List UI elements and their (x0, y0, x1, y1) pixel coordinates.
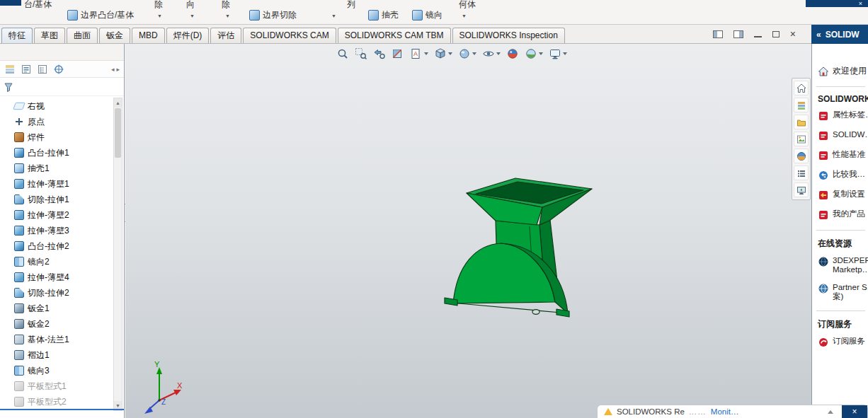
tree-item-钣金1[interactable]: 钣金1 (0, 301, 124, 316)
dock-left-icon[interactable] (713, 30, 723, 38)
forum-monitor-icon[interactable] (794, 182, 809, 197)
collapse-chevron-icon[interactable]: « (816, 30, 821, 40)
tab-钣金[interactable]: 钣金 (99, 28, 130, 43)
hide-show-items-icon[interactable] (482, 47, 501, 60)
taskpane-header[interactable]: « SOLIDW (811, 25, 868, 44)
tab-MBD[interactable]: MBD (132, 28, 165, 43)
tree-item-切除-拉伸2[interactable]: 切除-拉伸2 (0, 285, 124, 301)
dock-right-icon[interactable] (733, 30, 743, 38)
toast-link[interactable]: Monit… (711, 407, 739, 416)
section-view-icon[interactable] (392, 47, 404, 60)
tab-评估[interactable]: 评估 (210, 28, 241, 43)
tree-item-切除-拉伸1[interactable]: 切除-拉伸1 (0, 192, 124, 207)
tab-SOLIDWORKS CAM TBM[interactable]: SOLIDWORKS CAM TBM (338, 28, 451, 43)
toast-close-button[interactable]: × (842, 405, 867, 418)
taskpane-item-Partner S…[interactable]: Partner S…案) (818, 283, 865, 301)
appearances-scenes-icon[interactable] (794, 149, 809, 163)
taskpane-item-复制设置[interactable]: 复制设置 (818, 190, 865, 201)
taskpane-item-订阅服务[interactable]: 订阅服务 (818, 337, 865, 348)
tab-曲面[interactable]: 曲面 (67, 28, 98, 43)
tree-item-拉伸-薄壁1[interactable]: 拉伸-薄壁1 (0, 176, 124, 192)
taskpane-item-SOLIDW…[interactable]: SOLIDW… (818, 130, 865, 141)
ribbon-button-mirror[interactable]: 镜向 (412, 9, 442, 21)
scroll-up-icon[interactable]: ▲ (114, 98, 122, 108)
welcome-item[interactable]: 欢迎使用 (818, 65, 865, 77)
tree-item-凸台-拉伸1[interactable]: 凸台-拉伸1 (0, 145, 124, 161)
tree-scrollbar[interactable]: ▲ ▼ (113, 98, 122, 411)
scrollbar-thumb[interactable] (115, 108, 121, 158)
view-orientation-icon[interactable] (434, 47, 452, 60)
panel-tabs-scroll-right-icon[interactable]: ▸ (116, 66, 120, 73)
dropdown-caret[interactable] (563, 52, 567, 55)
dropdown-caret[interactable]: ▼ (225, 13, 230, 18)
dropdown-caret[interactable]: ▼ (157, 13, 162, 18)
tab-SOLIDWORKS CAM[interactable]: SOLIDWORKS CAM (243, 28, 336, 43)
view-settings-icon[interactable] (549, 47, 567, 60)
tree-item-镜向2[interactable]: 镜向2 (0, 254, 124, 269)
tree-item-右视[interactable]: 右视 (0, 98, 124, 114)
resource-monitor-toast[interactable]: SOLIDWORKS Re …… Monit… × (597, 405, 868, 418)
dropdown-caret[interactable] (472, 52, 476, 55)
tab-SOLIDWORKS Inspection[interactable]: SOLIDWORKS Inspection (452, 28, 565, 43)
tree-item-拉伸-薄壁4[interactable]: 拉伸-薄壁4 (0, 269, 124, 285)
tree-item-抽壳1[interactable]: 抽壳1 (0, 161, 124, 176)
tree-item-原点[interactable]: 原点 (0, 114, 124, 129)
file-explorer-folder-icon[interactable] (794, 115, 809, 129)
dropdown-caret[interactable] (448, 52, 452, 55)
tree-item-平板型式2[interactable]: 平板型式2 (0, 394, 124, 410)
apply-scene-icon[interactable] (525, 47, 543, 60)
tree-item-拉伸-薄壁2[interactable]: 拉伸-薄壁2 (0, 207, 124, 223)
tree-item-拉伸-薄壁3[interactable]: 拉伸-薄壁3 (0, 223, 124, 238)
display-style-icon[interactable] (458, 47, 476, 60)
dropdown-caret[interactable] (424, 52, 428, 55)
dropdown-caret[interactable] (496, 52, 501, 55)
ribbon-label-boss-base[interactable]: 台/基体 (24, 0, 52, 11)
home-icon[interactable] (794, 81, 809, 95)
zoom-to-area-icon[interactable] (355, 47, 367, 60)
taskpane-item-我的产品[interactable]: 我的产品 (818, 209, 865, 221)
custom-properties-icon[interactable] (794, 166, 809, 180)
taskpane-item-属性标签…[interactable]: 属性标签… (818, 110, 865, 122)
dropdown-caret[interactable]: ▼ (190, 13, 195, 18)
taskpane-item-3DEXPER…[interactable]: 3DEXPER…Marketp… (818, 256, 865, 274)
part-model[interactable] (433, 164, 610, 323)
tree-item-焊件[interactable]: 焊件 (0, 129, 124, 145)
minimize-icon[interactable] (754, 36, 762, 37)
taskpane-item-性能基准[interactable]: 性能基准 (818, 150, 865, 161)
tab-特征[interactable]: 特征 (1, 28, 33, 43)
tree-item-基体-法兰1[interactable]: 基体-法兰1 (0, 332, 124, 347)
configurationmanager-icon[interactable] (37, 64, 48, 75)
tree-item-镜向3[interactable]: 镜向3 (0, 363, 124, 378)
featuremanager-tree-icon[interactable] (4, 64, 16, 75)
ribbon-label-cut[interactable]: 除 (154, 0, 163, 11)
view-palette-icon[interactable] (794, 132, 809, 146)
dropdown-caret[interactable]: ▼ (331, 13, 336, 18)
design-library-icon[interactable] (794, 98, 809, 112)
dropdown-caret[interactable] (539, 52, 543, 55)
tab-草图[interactable]: 草图 (34, 28, 65, 43)
panel-tabs-scroll-left-icon[interactable]: ◂ (111, 66, 115, 73)
ribbon-label-body[interactable]: 何体 (459, 0, 476, 11)
ribbon-label-array[interactable]: 列 (347, 0, 355, 11)
restore-icon[interactable] (772, 31, 780, 37)
ribbon-button-boundary-boss[interactable]: 边界凸台/基体 (67, 9, 134, 21)
ribbon-label-cut2[interactable]: 除 (222, 0, 230, 11)
chevron-up-icon[interactable] (828, 410, 833, 414)
filter-funnel-icon[interactable] (4, 82, 13, 92)
propertymanager-icon[interactable] (21, 64, 32, 75)
dynamic-annotation-views-icon[interactable]: A (410, 47, 428, 60)
tree-item-凸台-拉伸2[interactable]: 凸台-拉伸2 (0, 238, 124, 254)
app-close-region[interactable]: × (806, 0, 868, 7)
ribbon-label-pattern[interactable]: 向 (186, 0, 195, 11)
ribbon-button-shell[interactable]: 抽壳 (368, 9, 399, 21)
close-icon[interactable]: × (859, 0, 862, 7)
tree-item-褶边1[interactable]: 褶边1 (0, 347, 124, 363)
tree-item-钣金2[interactable]: 钣金2 (0, 316, 124, 332)
ribbon-button-boundary-cut[interactable]: 边界切除 (249, 9, 297, 21)
close-icon[interactable]: × (790, 29, 796, 39)
tab-焊件(D)[interactable]: 焊件(D) (166, 28, 210, 43)
taskpane-item-比较我…[interactable]: 比较我… (818, 170, 865, 181)
dropdown-caret[interactable]: ▼ (462, 13, 467, 18)
zoom-to-fit-icon[interactable] (336, 47, 349, 60)
previous-view-icon[interactable] (373, 47, 386, 60)
